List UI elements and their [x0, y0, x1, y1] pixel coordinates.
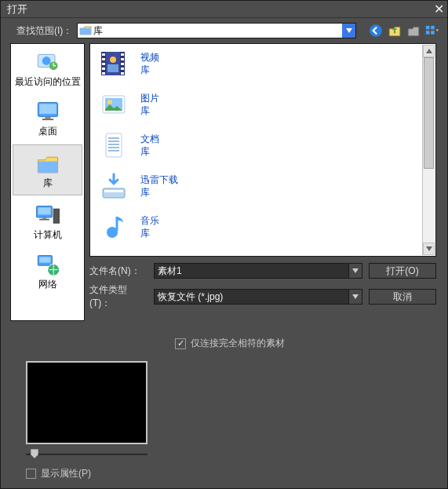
- place-label: 计算机: [11, 228, 84, 242]
- documents-library-icon: [97, 129, 131, 163]
- list-item[interactable]: 视频库: [90, 44, 435, 85]
- slider-track[interactable]: [26, 454, 148, 455]
- filename-input[interactable]: 素材1: [154, 263, 362, 279]
- place-libraries[interactable]: 库: [13, 144, 82, 195]
- svg-rect-0: [80, 28, 91, 35]
- computer-icon: [34, 203, 62, 227]
- open-button[interactable]: 打开(O): [369, 263, 436, 279]
- filetype-label: 文件类型(T)：: [89, 283, 148, 310]
- svg-rect-46: [103, 188, 125, 198]
- network-icon: [34, 253, 62, 276]
- place-label: 最近访问的位置: [11, 75, 84, 89]
- svg-rect-47: [104, 190, 123, 192]
- scroll-up-icon[interactable]: [423, 45, 435, 57]
- item-name: 文档: [140, 133, 159, 146]
- svg-rect-5: [431, 31, 434, 34]
- cancel-button[interactable]: 取消: [369, 289, 436, 305]
- show-props-row[interactable]: 显示属性(P): [26, 468, 447, 479]
- svg-point-7: [42, 57, 50, 65]
- list-item[interactable]: 文档库: [90, 126, 435, 166]
- lookin-value: 库: [93, 24, 103, 38]
- video-library-icon: [97, 47, 131, 82]
- window-title: 打开: [7, 2, 27, 16]
- list-item[interactable]: 迅雷下载库: [90, 166, 435, 207]
- svg-rect-12: [42, 119, 53, 120]
- place-label: 网络: [11, 278, 84, 291]
- svg-rect-18: [53, 209, 59, 223]
- lookin-label: 查找范围(I)：: [16, 24, 72, 38]
- lookin-dropdown-icon[interactable]: [342, 24, 355, 38]
- item-sub: 库: [140, 187, 178, 199]
- scroll-down-icon[interactable]: [423, 243, 435, 255]
- download-library-icon: [97, 170, 131, 204]
- list-item[interactable]: 音乐库: [90, 207, 435, 248]
- music-library-icon: [97, 210, 131, 245]
- svg-rect-2: [426, 26, 429, 29]
- svg-rect-33: [121, 68, 124, 70]
- place-network[interactable]: 网络: [11, 246, 84, 296]
- svg-rect-20: [39, 257, 50, 262]
- item-sub: 库: [140, 228, 159, 240]
- filetype-combo[interactable]: 恢复文件 (*.jpg): [154, 289, 362, 305]
- svg-rect-15: [38, 207, 50, 214]
- item-sub: 库: [140, 105, 159, 118]
- places-sidebar: 最近访问的位置 桌面 库 计算机 网络: [10, 43, 85, 321]
- svg-point-1: [370, 24, 382, 37]
- pictures-library-icon: [97, 88, 131, 122]
- svg-rect-13: [38, 162, 57, 173]
- folder-icon: [79, 25, 92, 36]
- item-sub: 库: [140, 64, 159, 77]
- svg-point-35: [110, 57, 116, 63]
- filename-label: 文件名(N)：: [89, 265, 148, 278]
- svg-rect-27: [102, 63, 105, 65]
- svg-rect-3: [431, 26, 434, 29]
- slider-handle[interactable]: [31, 449, 38, 458]
- vertical-scrollbar[interactable]: [422, 45, 435, 255]
- view-menu-icon[interactable]: [425, 24, 439, 38]
- svg-rect-32: [121, 63, 124, 65]
- exact-match-row[interactable]: ✓ 仅连接完全相符的素材: [175, 337, 447, 350]
- exact-match-label: 仅连接完全相符的素材: [191, 337, 285, 350]
- new-folder-icon[interactable]: [406, 24, 421, 38]
- place-label: 桌面: [11, 125, 84, 138]
- place-desktop[interactable]: 桌面: [11, 93, 84, 143]
- back-icon[interactable]: [369, 24, 383, 38]
- close-icon[interactable]: ✕: [434, 2, 444, 16]
- svg-rect-17: [39, 219, 49, 221]
- place-computer[interactable]: 计算机: [11, 197, 84, 246]
- up-icon[interactable]: [388, 24, 402, 38]
- svg-rect-26: [102, 58, 105, 60]
- scroll-thumb[interactable]: [424, 57, 434, 169]
- filename-dropdown-icon[interactable]: [348, 263, 362, 279]
- place-label: 库: [13, 177, 82, 190]
- exact-match-checkbox[interactable]: ✓: [175, 338, 186, 349]
- filetype-dropdown-icon[interactable]: [348, 289, 362, 305]
- svg-rect-16: [42, 217, 46, 219]
- place-recent[interactable]: 最近访问的位置: [11, 44, 84, 93]
- show-props-checkbox[interactable]: [26, 469, 36, 479]
- scroll-track[interactable]: [423, 57, 435, 243]
- svg-point-39: [107, 100, 112, 104]
- svg-rect-11: [45, 117, 50, 119]
- libraries-icon: [34, 151, 62, 175]
- svg-rect-34: [121, 72, 124, 75]
- svg-rect-30: [121, 53, 124, 56]
- file-list[interactable]: 视频库 图片库 文档库 迅雷下载库: [89, 43, 436, 257]
- preview-pane: [26, 361, 148, 444]
- item-sub: 库: [140, 146, 159, 159]
- svg-rect-40: [106, 133, 122, 157]
- filetype-value: 恢复文件 (*.jpg): [158, 290, 223, 304]
- show-props-label: 显示属性(P): [41, 468, 91, 479]
- item-name: 图片: [140, 93, 159, 105]
- item-name: 视频: [140, 52, 159, 64]
- svg-rect-29: [102, 72, 105, 75]
- list-item[interactable]: 图片库: [90, 85, 435, 126]
- lookin-combo[interactable]: 库: [77, 23, 356, 38]
- item-name: 音乐: [140, 215, 159, 228]
- lookin-row: 查找范围(I)： 库: [1, 18, 447, 42]
- svg-point-48: [107, 227, 118, 238]
- svg-rect-25: [102, 53, 105, 56]
- svg-rect-10: [39, 104, 56, 114]
- preview-slider[interactable]: [26, 449, 148, 460]
- svg-rect-4: [426, 31, 429, 34]
